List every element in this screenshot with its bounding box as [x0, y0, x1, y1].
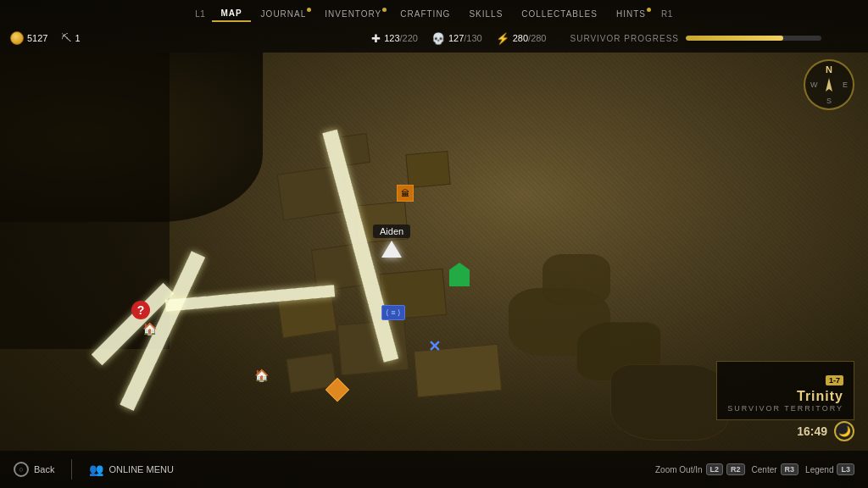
territory-badge: 1-7 [822, 375, 843, 385]
stamina-value: 280/280 [513, 33, 547, 43]
tab-journal[interactable]: JOURNAL [253, 7, 315, 21]
stats-bar: 5127 ⛏ 1 ✚ 123/220 💀 127/130 ⚡ 280/2 [0, 24, 868, 53]
compass-arrow [821, 76, 837, 93]
time-value: 16:49 [797, 424, 827, 438]
stamina-stat: ⚡ 280/280 [496, 32, 547, 45]
svg-marker-0 [826, 78, 832, 92]
legend-hint: Legend L3 [805, 463, 854, 475]
bottom-bar: ○ Back 👥 ONLINE MENU Zoom Out/In L2 R2 C… [0, 451, 868, 488]
health-value: 123/220 [384, 33, 418, 43]
center-hint: Center R3 [752, 463, 799, 475]
bottom-right-controls: Zoom Out/In L2 R2 Center R3 Legend L3 [655, 463, 854, 475]
health-icon: ✚ [371, 32, 381, 45]
tab-skills[interactable]: SKILLS [460, 7, 511, 21]
zoom-label: Zoom Out/In [655, 465, 703, 474]
territory-subtitle: SURVIVOR TERRITORY [727, 404, 843, 413]
kills-value: 127/130 [448, 33, 482, 43]
online-menu-button[interactable]: 👥 ONLINE MENU [89, 463, 173, 476]
gold-stat: 5127 [10, 31, 47, 45]
progress-label: SURVIVOR PROGRESS [570, 34, 679, 43]
back-btn-icon: ○ [14, 462, 29, 477]
gold-value: 5127 [27, 33, 47, 43]
nav-btn-r1[interactable]: R1 [656, 8, 678, 20]
compass-south: S [826, 97, 832, 105]
journal-dot [307, 8, 311, 12]
zoom-hint: Zoom Out/In L2 R2 [655, 463, 745, 475]
top-navigation: L1 MAP JOURNAL INVENTORY CRAFTING SKILLS… [0, 0, 868, 53]
ammo-icon: ⛏ [61, 32, 71, 44]
skull-icon: 💀 [431, 32, 445, 45]
tab-crafting[interactable]: CRAFTING [392, 7, 459, 21]
day-night-icon: 🌙 [834, 421, 854, 441]
inventory-dot [382, 8, 387, 12]
back-label: Back [34, 464, 54, 474]
map-quest-marker[interactable]: ? [131, 301, 150, 319]
legend-label: Legend [805, 465, 833, 474]
hints-dot [647, 8, 651, 12]
center-label: Center [752, 465, 777, 474]
compass-rose: N S E W [804, 59, 854, 110]
map-nav-icon[interactable]: ⟨ ≡ ⟩ [381, 305, 405, 320]
compass: N S E W [804, 59, 854, 110]
tab-map[interactable]: MAP [212, 6, 250, 22]
progress-container: SURVIVOR PROGRESS [570, 34, 848, 43]
time-display: 16:49 🌙 [797, 421, 854, 441]
lightning-icon: ⚡ [496, 32, 509, 45]
map-home-icon-1: 🏠 [142, 322, 157, 336]
ammo-stat: ⛏ 1 [61, 32, 80, 44]
map-npc-marker[interactable] [449, 263, 470, 286]
map-home-icon-2: 🏠 [254, 369, 269, 382]
separator-1 [71, 459, 72, 480]
tab-collectables[interactable]: COLLECTABLES [513, 7, 606, 21]
tab-inventory[interactable]: INVENTORY [316, 7, 390, 21]
tab-bar: L1 MAP JOURNAL INVENTORY CRAFTING SKILLS… [0, 0, 868, 24]
map-collectible-marker[interactable] [329, 381, 346, 398]
kills-stat: 💀 127/130 [431, 32, 482, 45]
tab-hints[interactable]: HINTS [608, 7, 654, 21]
zoom-l2-btn: L2 [706, 463, 724, 475]
bottom-left-controls: ○ Back 👥 ONLINE MENU [14, 459, 174, 480]
nav-btn-l1[interactable]: L1 [190, 8, 210, 20]
zoom-r2-btn: R2 [726, 463, 745, 475]
map-cross-marker[interactable]: ✕ [428, 337, 441, 356]
map-building-icon[interactable]: 🏛 [397, 185, 414, 202]
progress-bar [686, 36, 821, 41]
territory-name: Trinity [727, 389, 843, 404]
gold-icon [10, 31, 24, 45]
legend-btn: L3 [837, 463, 854, 475]
player-name-label: Aiden [373, 225, 410, 238]
territory-badge-value: 1-7 [826, 375, 843, 385]
center-btn: R3 [781, 463, 799, 475]
compass-north: N [826, 64, 832, 75]
back-button[interactable]: ○ Back [14, 462, 54, 477]
online-icon: 👥 [89, 463, 103, 476]
online-label: ONLINE MENU [108, 464, 173, 474]
health-stat: ✚ 123/220 [371, 32, 418, 45]
territory-info: 1-7 Trinity SURVIVOR TERRITORY [716, 361, 854, 420]
ammo-value: 1 [75, 33, 80, 43]
compass-west: W [810, 80, 818, 89]
player-arrow [381, 241, 402, 258]
player-marker: Aiden [373, 225, 410, 258]
progress-fill [686, 36, 783, 41]
compass-east: E [843, 80, 848, 89]
